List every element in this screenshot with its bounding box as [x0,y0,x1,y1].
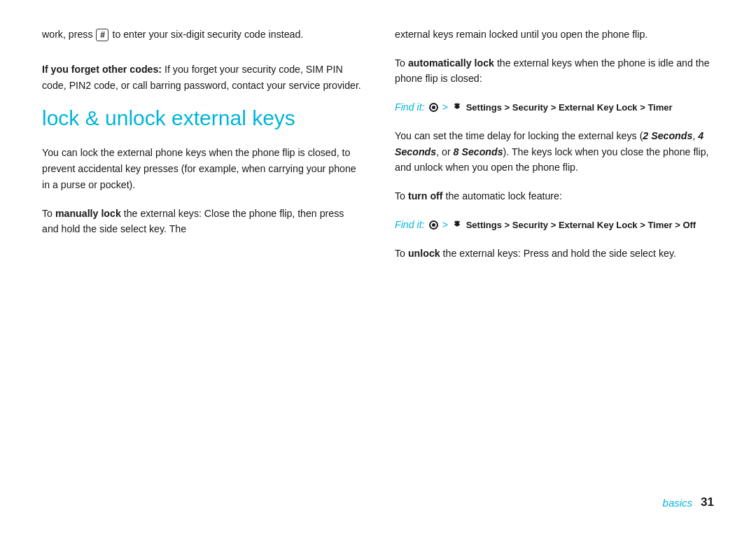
right-para4-suffix: the automatic lock feature: [443,190,562,202]
find-it-2: Find it: > Settings > Security > Externa… [395,217,714,233]
content-columns: work, press # to enter your six-digit se… [42,27,714,490]
forget-codes-label: If you forget other codes: [42,64,162,75]
find-it-2-text: Find it: [395,219,425,230]
footer-page-number: 31 [701,495,714,509]
find-it-2-label: Find it: > [395,219,466,230]
right-para3: You can set the time delay for locking t… [395,128,714,176]
intro-line2: to enter your six-digit security code in… [112,29,303,40]
find-it-1-text: Find it: [395,101,425,113]
right-para1: external keys remain locked until you op… [395,27,714,43]
section-para1: You can lock the external phone keys whe… [42,145,361,192]
right-para2-bold: automatically lock [408,57,494,69]
right-para5-prefix: To [395,248,408,259]
right-arrow-1: > [442,101,450,113]
section-para2: To manually lock the external keys: Clos… [42,206,361,237]
right-para5-bold: unlock [408,248,440,259]
left-column: work, press # to enter your six-digit se… [42,27,361,490]
find-it-1-path: Settings > Security > External Key Lock … [466,102,673,113]
right-para3-text: You can set the time delay for locking t… [395,130,643,141]
right-para4-prefix: To [395,190,408,202]
page: work, press # to enter your six-digit se… [0,0,756,536]
find-it-1-label: Find it: > [395,101,466,113]
center-dot-icon-1 [429,103,438,112]
right-para2-prefix: To [395,57,408,69]
intro-line1: work, press [42,29,93,40]
hash-key-icon: # [96,29,108,41]
right-para3-s8: 8 Seconds [454,146,503,157]
center-dot-icon-2 [429,220,438,230]
right-para4: To turn off the automatic lock feature: [395,188,714,204]
para2-bold: manually lock [55,208,121,219]
section-heading: lock & unlock external keys [42,106,361,131]
right-para2: To automatically lock the external keys … [395,55,714,87]
footer: basics 31 [42,490,714,509]
intro-text: work, press # to enter your six-digit se… [42,27,361,42]
right-para3-s2: 2 Seconds [643,130,692,141]
right-column: external keys remain locked until you op… [395,27,714,490]
para2-prefix: To [42,208,55,219]
right-para5-suffix: the external keys: Press and hold the si… [440,248,676,259]
right-arrow-2: > [442,219,450,230]
find-it-1: Find it: > Settings > Security > Externa… [395,99,714,115]
right-para4-bold: turn off [408,190,443,202]
forget-codes-para: If you forget other codes: If you forget… [42,62,361,93]
find-it-2-path: Settings > Security > External Key Lock … [466,220,696,230]
footer-basics-label: basics [663,497,693,509]
right-para3-or: , or [436,146,453,157]
right-para5: To unlock the external keys: Press and h… [395,246,714,262]
gear-icon-2 [451,219,463,230]
gear-icon-1 [451,101,463,113]
